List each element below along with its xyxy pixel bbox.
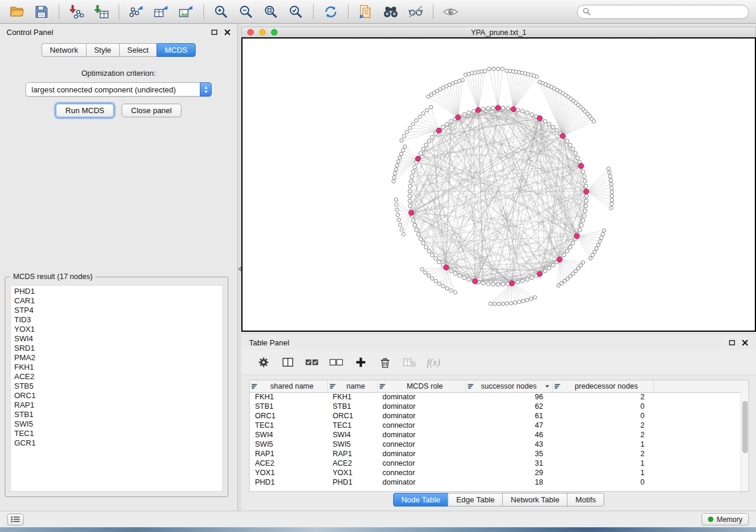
table-tab-node-table[interactable]: Node Table — [393, 493, 449, 507]
cell-mcds-role[interactable]: dominator — [377, 449, 465, 459]
window-zoom-button[interactable] — [271, 29, 277, 36]
zoom-in-button[interactable] — [209, 2, 233, 21]
column-header-mcds-role[interactable]: MCDS role — [377, 380, 465, 392]
tab-mcds[interactable]: MCDS — [157, 43, 196, 57]
mcds-result-item[interactable]: GCR1 — [11, 438, 222, 448]
save-button[interactable] — [30, 2, 53, 21]
search-field[interactable] — [577, 5, 749, 19]
show-columns-button[interactable] — [279, 354, 296, 371]
network-graph[interactable] — [243, 39, 755, 331]
close-mcds-panel-button[interactable]: Close panel — [122, 104, 181, 117]
cell-name[interactable]: STB1 — [327, 402, 377, 411]
export-table-button[interactable] — [149, 2, 173, 21]
cell-shared-name[interactable]: SWI5 — [250, 440, 327, 449]
cell-successor-nodes[interactable]: 31 — [465, 459, 552, 468]
cell-shared-name[interactable]: ORC1 — [250, 411, 327, 421]
mcds-result-item[interactable]: ACE2 — [11, 372, 222, 382]
network-canvas[interactable] — [241, 37, 756, 332]
cell-predecessor-nodes[interactable]: 1 — [552, 468, 653, 477]
scrollbar-thumb[interactable] — [742, 401, 748, 453]
cell-shared-name[interactable]: ACE2 — [250, 459, 327, 468]
table-row[interactable]: SWI5SWI5connector431 — [250, 440, 748, 449]
cell-mcds-role[interactable]: dominator — [377, 392, 465, 402]
import-table-button[interactable] — [90, 2, 113, 21]
mcds-result-item[interactable]: RAP1 — [11, 400, 222, 410]
delete-column-button[interactable] — [376, 354, 394, 371]
table-row[interactable]: PHD1PHD1dominator180 — [250, 477, 748, 487]
cell-predecessor-nodes[interactable]: 2 — [552, 421, 653, 430]
table-row[interactable]: YOX1YOX1connector291 — [250, 468, 748, 477]
tab-style[interactable]: Style — [86, 43, 120, 57]
cell-mcds-role[interactable]: connector — [377, 468, 465, 477]
cell-predecessor-nodes[interactable]: 2 — [552, 430, 653, 440]
mcds-result-item[interactable]: PHD1 — [11, 287, 222, 296]
cell-name[interactable]: SWI4 — [327, 430, 377, 440]
column-header-name[interactable]: name — [327, 380, 377, 392]
cell-successor-nodes[interactable]: 96 — [465, 392, 552, 402]
cell-successor-nodes[interactable]: 43 — [465, 440, 552, 449]
cell-name[interactable]: ACE2 — [327, 459, 377, 468]
cell-successor-nodes[interactable]: 47 — [465, 421, 552, 430]
show-hide-button[interactable] — [439, 2, 462, 21]
select-all-columns-button[interactable] — [303, 354, 321, 371]
search-network-button[interactable] — [379, 2, 403, 21]
table-row[interactable]: ORC1ORC1dominator610 — [250, 411, 748, 421]
float-panel-icon[interactable] — [211, 29, 218, 36]
cell-shared-name[interactable]: YOX1 — [250, 468, 327, 477]
cell-name[interactable]: FKH1 — [327, 392, 377, 402]
tab-select[interactable]: Select — [119, 43, 157, 57]
cell-mcds-role[interactable]: connector — [377, 440, 465, 449]
mcds-result-item[interactable]: STP4 — [11, 306, 222, 315]
cell-mcds-role[interactable]: dominator — [377, 430, 465, 440]
mcds-result-item[interactable]: PMA2 — [11, 353, 222, 363]
import-network-button[interactable] — [65, 2, 88, 21]
cell-shared-name[interactable]: PHD1 — [250, 477, 327, 487]
window-minimize-button[interactable] — [259, 29, 266, 36]
cell-successor-nodes[interactable]: 29 — [465, 468, 552, 477]
mcds-result-item[interactable]: STB5 — [11, 382, 222, 391]
table-row[interactable]: ACE2ACE2connector311 — [250, 459, 748, 468]
unselect-all-columns-button[interactable] — [327, 354, 345, 371]
search-input[interactable] — [577, 5, 749, 19]
export-network-button[interactable] — [125, 2, 148, 21]
memory-button[interactable]: Memory — [701, 513, 749, 525]
cell-mcds-role[interactable]: connector — [377, 421, 465, 430]
cell-mcds-role[interactable]: connector — [377, 459, 465, 468]
clone-network-button[interactable] — [354, 2, 378, 21]
cell-predecessor-nodes[interactable]: 2 — [552, 449, 653, 459]
mcds-result-item[interactable]: ORC1 — [11, 391, 222, 400]
mcds-result-item[interactable]: FKH1 — [11, 363, 222, 372]
cell-name[interactable]: SWI5 — [327, 440, 377, 449]
run-mcds-button[interactable]: Run MCDS — [56, 104, 114, 117]
cell-successor-nodes[interactable]: 35 — [465, 449, 552, 459]
cell-predecessor-nodes[interactable]: 0 — [552, 477, 653, 487]
cell-shared-name[interactable]: STB1 — [250, 402, 327, 411]
cell-successor-nodes[interactable]: 46 — [465, 430, 552, 440]
cell-predecessor-nodes[interactable]: 2 — [552, 392, 653, 402]
cell-successor-nodes[interactable]: 62 — [465, 402, 552, 411]
cell-shared-name[interactable]: RAP1 — [250, 449, 327, 459]
float-table-panel-icon[interactable] — [729, 339, 735, 346]
table-tab-motifs[interactable]: Motifs — [567, 493, 604, 507]
refresh-button[interactable] — [319, 2, 343, 21]
cell-mcds-role[interactable]: dominator — [377, 477, 465, 487]
mcds-result-item[interactable]: SWI5 — [11, 419, 222, 429]
cell-name[interactable]: PHD1 — [327, 477, 377, 487]
table-row[interactable]: STB1STB1dominator620 — [250, 402, 748, 411]
mcds-result-item[interactable]: STB1 — [11, 410, 222, 419]
cell-shared-name[interactable]: TEC1 — [250, 421, 327, 430]
cell-predecessor-nodes[interactable]: 1 — [552, 440, 653, 449]
cell-successor-nodes[interactable]: 18 — [465, 477, 552, 487]
open-file-button[interactable] — [5, 2, 28, 21]
column-header-successor-nodes[interactable]: successor nodes — [465, 380, 552, 392]
mcds-result-list[interactable]: PHD1CAR1STP4TID3YOX1SWI4SRD1PMA2FKH1ACE2… — [10, 285, 223, 492]
cell-predecessor-nodes[interactable]: 1 — [552, 459, 653, 468]
zoom-out-button[interactable] — [234, 2, 258, 21]
zoom-fit-button[interactable] — [259, 2, 283, 21]
window-close-button[interactable] — [247, 29, 254, 36]
table-scrollbar[interactable] — [741, 392, 748, 491]
cell-mcds-role[interactable]: dominator — [377, 402, 465, 411]
filter-button[interactable] — [404, 2, 428, 21]
cell-predecessor-nodes[interactable]: 0 — [552, 402, 653, 411]
cell-shared-name[interactable]: FKH1 — [250, 392, 327, 402]
